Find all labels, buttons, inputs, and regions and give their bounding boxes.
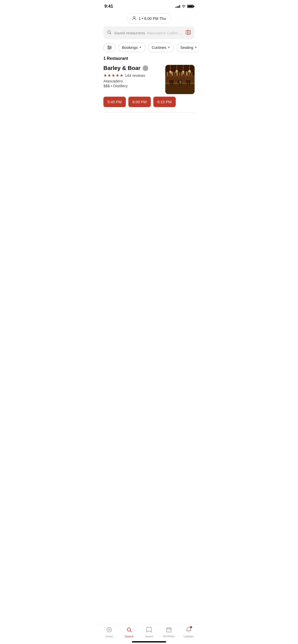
star-4: ★ [116, 73, 119, 78]
status-time: 9:41 [104, 4, 113, 9]
filter-row: Bookings ▼ Cuisines ▼ Seating ▼ [99, 43, 199, 56]
star-3: ★ [112, 73, 115, 78]
reservation-label: 1 • 6:00 PM Thu [139, 16, 166, 21]
time-slot-545[interactable]: 5:45 PM [103, 97, 126, 107]
svg-rect-28 [181, 72, 183, 76]
svg-rect-26 [176, 71, 178, 76]
svg-rect-37 [186, 80, 191, 83]
restaurant-image[interactable] [165, 65, 195, 94]
stars: ★ ★ ★ ★ ★ [103, 73, 123, 78]
bookings-chevron-icon: ▼ [139, 46, 142, 49]
time-slot-600[interactable]: 6:00 PM [128, 97, 151, 107]
svg-point-1 [108, 31, 111, 34]
restaurant-meta: $$$ • Distillery [103, 84, 162, 88]
svg-rect-24 [171, 72, 173, 76]
svg-rect-42 [187, 83, 188, 85]
svg-rect-38 [170, 83, 171, 85]
svg-rect-44 [179, 81, 181, 83]
search-icon [107, 30, 112, 36]
svg-rect-3 [187, 30, 189, 35]
results-count: 1 Restaurant [99, 56, 199, 65]
restaurant-name-row: Barley & Boar [103, 65, 162, 71]
svg-point-8 [108, 46, 109, 47]
svg-point-9 [110, 47, 111, 48]
person-icon [132, 16, 137, 21]
svg-rect-30 [186, 71, 188, 76]
time-slot-615[interactable]: 6:15 PM [153, 97, 176, 107]
signal-icon [175, 5, 180, 8]
cuisines-filter-label: Cuisines [152, 45, 167, 50]
cuisines-chevron-icon: ▼ [168, 46, 170, 49]
svg-rect-33 [165, 83, 195, 94]
svg-rect-31 [188, 72, 190, 76]
reviews-count: 144 reviews [125, 73, 145, 78]
search-location: Atascadero California, C... [147, 31, 183, 35]
svg-rect-41 [181, 83, 182, 85]
map-icon[interactable] [185, 30, 191, 36]
svg-rect-22 [167, 72, 168, 76]
search-placeholder: Saved restaurants [114, 31, 145, 35]
reservation-section: 1 • 6:00 PM Thu [99, 11, 199, 26]
time-slots: 5:45 PM 6:00 PM 6:15 PM [103, 96, 195, 107]
stars-row: ★ ★ ★ ★ ★ 144 reviews [103, 73, 162, 78]
seating-filter-label: Seating [180, 45, 193, 50]
search-bar[interactable]: Saved restaurants Atascadero California,… [103, 26, 195, 39]
seating-chevron-icon: ▼ [195, 46, 197, 49]
svg-rect-27 [179, 72, 180, 76]
wifi-icon [182, 5, 186, 8]
svg-rect-32 [191, 72, 193, 76]
star-2: ★ [107, 73, 111, 78]
bookings-filter-label: Bookings [122, 45, 138, 50]
reservation-pill-button[interactable]: 1 • 6:00 PM Thu [127, 13, 171, 23]
svg-point-10 [109, 48, 110, 49]
svg-rect-21 [165, 76, 195, 77]
bookings-filter-button[interactable]: Bookings ▼ [118, 43, 145, 52]
svg-rect-29 [184, 72, 185, 76]
svg-point-0 [133, 17, 135, 18]
svg-rect-39 [172, 83, 173, 85]
sliders-icon [107, 46, 112, 50]
status-bar: 9:41 [99, 0, 199, 11]
svg-rect-2 [186, 31, 187, 34]
card-info: Barley & Boar ★ ★ ★ ★ ★ 144 reviews Atas… [103, 65, 162, 88]
seating-filter-button[interactable]: Seating ▼ [177, 43, 199, 52]
svg-rect-40 [179, 83, 180, 85]
restaurant-card[interactable]: Barley & Boar ★ ★ ★ ★ ★ 144 reviews Atas… [99, 65, 199, 112]
cuisines-filter-button[interactable]: Cuisines ▼ [148, 43, 174, 52]
battery-icon [187, 5, 194, 8]
svg-rect-43 [189, 83, 190, 85]
search-bar-container: Saved restaurants Atascadero California,… [99, 26, 199, 43]
filter-settings-button[interactable] [103, 43, 116, 52]
card-top: Barley & Boar ★ ★ ★ ★ ★ 144 reviews Atas… [103, 65, 195, 94]
search-text-area[interactable]: Saved restaurants Atascadero California,… [114, 31, 183, 35]
restaurant-location: Atascadero [103, 79, 162, 83]
saved-dot [143, 65, 148, 71]
restaurant-name: Barley & Boar [103, 65, 141, 71]
svg-rect-4 [189, 31, 191, 34]
status-icons [175, 5, 194, 8]
svg-rect-23 [169, 72, 171, 76]
star-1: ★ [103, 73, 107, 78]
star-5: ★ [120, 73, 123, 78]
svg-rect-25 [174, 72, 175, 76]
svg-rect-35 [169, 80, 174, 83]
